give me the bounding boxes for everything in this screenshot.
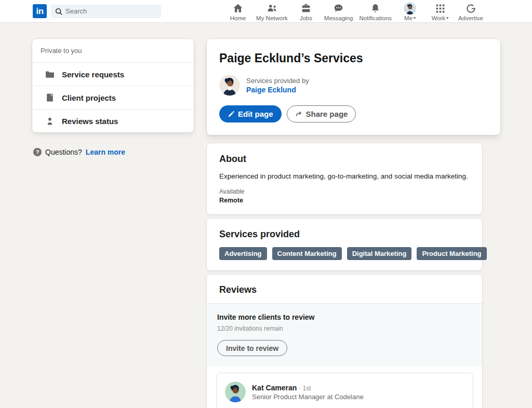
sidebar-item-service-requests[interactable]: Service requests bbox=[32, 62, 194, 86]
nav-advertise[interactable]: Advertise bbox=[455, 0, 486, 22]
service-tag: Digital Marketing bbox=[347, 247, 412, 260]
nav-label: Jobs bbox=[300, 15, 312, 21]
edit-page-button[interactable]: Edit page bbox=[219, 105, 282, 123]
folder-icon bbox=[45, 69, 55, 79]
nav-notifications[interactable]: Notifications bbox=[356, 0, 395, 22]
services-header-card: Paige Ecklund’s Services Services provid… bbox=[207, 39, 500, 135]
services-provided-card: Services provided Advertising Content Ma… bbox=[207, 219, 482, 270]
nav-me[interactable]: Me▾ bbox=[395, 0, 425, 22]
nav-messaging[interactable]: Messaging bbox=[321, 0, 356, 22]
person-icon bbox=[45, 116, 55, 126]
header-actions: Edit page Share page bbox=[219, 105, 488, 123]
linkedin-logo[interactable]: in bbox=[33, 4, 47, 18]
nav-items: Home My Network Jobs Messaging Notificat… bbox=[223, 0, 486, 22]
availability-label: Available bbox=[219, 188, 470, 195]
top-navigation-bar: in Home My Network Jobs Messaging Notifi… bbox=[0, 0, 532, 23]
reviewer-headline: Senior Product Manager at Codelane bbox=[252, 393, 364, 401]
invite-heading: Invite more clients to review bbox=[217, 313, 472, 321]
page-title: Paige Ecklund’s Services bbox=[219, 51, 488, 65]
review-item: Kat Cameran · 1st Senior Product Manager… bbox=[216, 373, 473, 408]
messaging-icon bbox=[332, 2, 344, 15]
provider-row: Services provided by Paige Ecklund bbox=[219, 75, 488, 96]
search-box[interactable] bbox=[51, 5, 161, 18]
connection-degree: · 1st bbox=[299, 385, 311, 392]
sidebar-item-label: Reviews status bbox=[62, 117, 118, 126]
pencil-icon bbox=[228, 111, 235, 118]
my-network-icon bbox=[266, 2, 278, 15]
service-tag: Product Marketing bbox=[417, 247, 486, 260]
nav-jobs[interactable]: Jobs bbox=[291, 0, 321, 22]
me-avatar bbox=[404, 2, 416, 15]
reviews-title: Reviews bbox=[219, 284, 470, 295]
jobs-icon bbox=[300, 2, 312, 15]
work-grid-icon bbox=[435, 2, 446, 15]
sidebar-item-client-projects[interactable]: Client projects bbox=[32, 86, 194, 109]
share-page-button[interactable]: Share page bbox=[287, 105, 356, 123]
about-title: About bbox=[219, 154, 470, 165]
reviewer-avatar[interactable] bbox=[225, 382, 246, 402]
notifications-icon bbox=[370, 2, 381, 15]
sidebar-item-label: Service requests bbox=[62, 70, 124, 79]
reviewer-row: Kat Cameran · 1st Senior Product Manager… bbox=[225, 382, 464, 402]
invite-to-review-button[interactable]: Invite to review bbox=[217, 340, 287, 356]
notebook-icon bbox=[45, 92, 55, 103]
service-tags: Advertising Content Marketing Digital Ma… bbox=[219, 247, 470, 260]
reviewer-name[interactable]: Kat Cameran bbox=[252, 384, 297, 392]
provider-name-link[interactable]: Paige Ecklund bbox=[246, 86, 309, 94]
nav-my-network[interactable]: My Network bbox=[253, 0, 291, 22]
private-sidebar-card: Private to you Service requests Client p… bbox=[32, 39, 194, 132]
provider-avatar[interactable] bbox=[219, 75, 240, 96]
nav-label: Me▾ bbox=[404, 15, 416, 21]
nav-label: Work▾ bbox=[432, 15, 449, 21]
home-icon bbox=[232, 2, 244, 15]
nav-label: Home bbox=[230, 15, 246, 21]
chevron-down-icon: ▾ bbox=[446, 16, 448, 20]
provided-by-label: Services provided by bbox=[246, 77, 309, 85]
nav-label: Advertise bbox=[458, 15, 483, 21]
service-tag: Advertising bbox=[219, 247, 267, 260]
main-column: Paige Ecklund’s Services Services provid… bbox=[207, 39, 500, 408]
left-rail: Private to you Service requests Client p… bbox=[32, 39, 194, 156]
provider-info: Services provided by Paige Ecklund bbox=[246, 77, 309, 94]
nav-work[interactable]: Work▾ bbox=[425, 0, 455, 22]
nav-label: Notifications bbox=[359, 15, 392, 21]
invite-section: Invite more clients to review 12/20 invi… bbox=[207, 303, 482, 366]
invitations-remaining: 12/20 invitations remain bbox=[217, 325, 472, 332]
page-content: Private to you Service requests Client p… bbox=[0, 23, 532, 408]
learn-more-link[interactable]: Learn more bbox=[86, 148, 125, 156]
service-tag: Content Marketing bbox=[272, 247, 342, 260]
about-card: About Experienced in product marketing, … bbox=[207, 143, 482, 214]
sidebar-item-label: Client projects bbox=[62, 93, 116, 102]
search-input[interactable] bbox=[65, 7, 157, 15]
reviewer-name-line: Kat Cameran · 1st bbox=[252, 384, 364, 392]
services-title: Services provided bbox=[219, 229, 470, 240]
nav-label: My Network bbox=[256, 15, 288, 21]
availability-value: Remote bbox=[219, 197, 470, 204]
reviews-card: Reviews Invite more clients to review 12… bbox=[207, 275, 482, 408]
advertise-icon bbox=[466, 2, 476, 15]
reviewer-info: Kat Cameran · 1st Senior Product Manager… bbox=[252, 384, 364, 401]
nav-label: Messaging bbox=[324, 15, 353, 21]
questions-text: Questions? bbox=[45, 148, 82, 156]
sidebar-item-reviews-status[interactable]: Reviews status bbox=[32, 109, 194, 132]
about-description: Experienced in product marketing, go-to-… bbox=[219, 172, 470, 180]
search-icon bbox=[55, 8, 62, 15]
chevron-down-icon: ▾ bbox=[414, 16, 416, 20]
share-arrow-icon bbox=[295, 110, 303, 118]
nav-home[interactable]: Home bbox=[223, 0, 253, 22]
questions-row: ? Questions? Learn more bbox=[32, 148, 194, 156]
sidebar-header: Private to you bbox=[32, 39, 194, 62]
help-icon: ? bbox=[33, 148, 42, 156]
